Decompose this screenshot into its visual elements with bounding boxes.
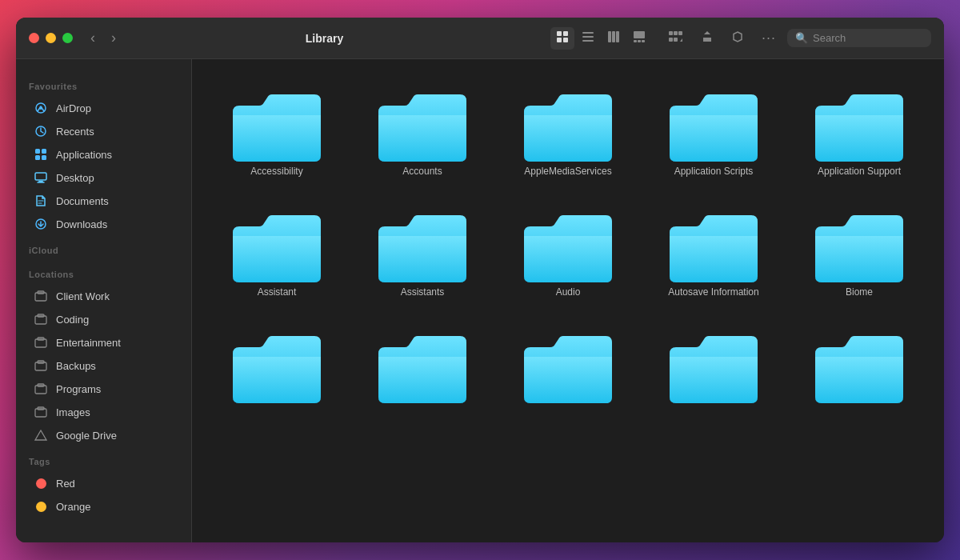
titlebar: ‹ › Library	[16, 18, 944, 59]
coding-icon	[34, 312, 48, 326]
folder-accounts[interactable]: Accounts	[354, 75, 491, 188]
search-icon: 🔍	[795, 32, 808, 44]
view-gallery-button[interactable]	[627, 27, 651, 50]
folder-callhistorydb[interactable]	[645, 317, 782, 416]
view-columns-button[interactable]	[602, 27, 626, 50]
folder-caches-icon	[374, 330, 470, 406]
close-button[interactable]	[29, 33, 39, 43]
folder-audio[interactable]: Audio	[499, 196, 637, 309]
folder-accessibility[interactable]: Accessibility	[208, 75, 346, 188]
folder-application-scripts[interactable]: Application Scripts	[645, 75, 782, 188]
sidebar-item-images[interactable]: Images	[21, 401, 186, 423]
folder-autosave-information[interactable]: Autosave Information	[645, 196, 782, 309]
folder-assistant-icon	[229, 209, 325, 286]
sidebar-item-entertainment[interactable]: Entertainment	[21, 331, 186, 354]
folder-callhistorydb-icon	[666, 330, 762, 406]
more-button[interactable]: ···	[755, 26, 782, 50]
svg-rect-1	[563, 31, 568, 36]
sidebar-item-airdrop[interactable]: AirDrop	[21, 97, 186, 119]
documents-label: Documents	[56, 195, 109, 207]
folder-application-scripts-icon	[666, 88, 762, 165]
svg-rect-26	[42, 155, 46, 160]
svg-rect-11	[634, 40, 637, 42]
folder-audio-icon	[520, 209, 616, 286]
forward-button[interactable]: ›	[106, 26, 121, 50]
svg-rect-2	[557, 38, 562, 42]
sidebar: Favourites AirDrop	[16, 59, 192, 542]
folder-assistants[interactable]: Assistants	[354, 196, 491, 309]
tag-button[interactable]	[725, 27, 750, 49]
view-buttons	[550, 27, 651, 50]
recents-label: Recents	[56, 126, 94, 138]
folder-calendar[interactable]	[499, 317, 637, 416]
folder-callhistorytransactions[interactable]	[790, 317, 928, 416]
sidebar-item-downloads[interactable]: Downloads	[21, 213, 186, 235]
folder-application-support[interactable]: Application Support	[790, 75, 928, 188]
svg-rect-17	[669, 38, 673, 42]
images-icon	[34, 405, 48, 419]
sidebar-item-tag-red[interactable]: Red	[21, 472, 186, 494]
traffic-lights	[29, 33, 73, 43]
svg-rect-18	[674, 38, 678, 42]
client-work-label: Client Work	[56, 290, 110, 302]
sidebar-item-programs[interactable]: Programs	[21, 378, 186, 400]
google-drive-icon	[34, 428, 48, 442]
favourites-label: Favourites	[16, 72, 191, 96]
search-box[interactable]: 🔍	[787, 29, 931, 47]
view-grid-button[interactable]	[550, 27, 574, 50]
folder-grid: Accessibility Accounts AppleMediaService…	[208, 75, 928, 432]
sidebar-item-google-drive[interactable]: Google Drive	[21, 424, 186, 446]
programs-icon	[34, 382, 48, 396]
sidebar-item-documents[interactable]: Documents	[21, 190, 186, 212]
programs-label: Programs	[56, 383, 101, 395]
tag-orange-icon	[34, 499, 48, 514]
airdrop-label: AirDrop	[56, 102, 91, 114]
minimize-button[interactable]	[46, 33, 56, 43]
maximize-button[interactable]	[62, 33, 73, 43]
folder-assistant[interactable]: Assistant	[208, 196, 346, 309]
folder-bluetooth[interactable]	[208, 317, 346, 416]
search-input[interactable]	[813, 32, 923, 44]
desktop-label: Desktop	[56, 172, 94, 184]
svg-rect-25	[35, 155, 40, 160]
sidebar-item-desktop[interactable]: Desktop	[21, 166, 186, 189]
folder-bluetooth-icon	[229, 330, 325, 406]
svg-rect-15	[674, 31, 678, 35]
svg-marker-45	[35, 430, 46, 440]
svg-rect-16	[678, 31, 682, 35]
folder-audio-label: Audio	[556, 286, 581, 299]
window-title: Library	[130, 32, 518, 45]
folder-biome[interactable]: Biome	[790, 196, 928, 309]
sidebar-item-applications[interactable]: Applications	[21, 143, 186, 166]
sidebar-item-tag-orange[interactable]: Orange	[21, 495, 186, 518]
svg-rect-9	[616, 31, 619, 42]
folder-applemediaservices[interactable]: AppleMediaServices	[499, 75, 637, 188]
sidebar-item-coding[interactable]: Coding	[21, 308, 186, 330]
share-button[interactable]	[694, 27, 720, 49]
toolbar-right: ··· 🔍	[550, 26, 931, 50]
svg-rect-10	[634, 31, 645, 38]
folder-caches[interactable]	[354, 317, 491, 416]
images-label: Images	[56, 406, 90, 418]
folder-application-scripts-label: Application Scripts	[674, 165, 754, 178]
svg-rect-0	[557, 31, 562, 36]
applications-icon	[34, 147, 48, 162]
tag-red-label: Red	[56, 478, 75, 490]
folder-assistants-label: Assistants	[401, 286, 445, 299]
sidebar-item-recents[interactable]: Recents	[21, 120, 186, 142]
sidebar-item-backups[interactable]: Backups	[21, 354, 186, 377]
folder-applemediaservices-label: AppleMediaServices	[524, 165, 611, 178]
view-list-button[interactable]	[576, 27, 600, 50]
back-button[interactable]: ‹	[86, 26, 100, 50]
svg-rect-5	[582, 36, 594, 38]
sidebar-item-client-work[interactable]: Client Work	[21, 285, 186, 307]
folder-applemediaservices-icon	[520, 88, 616, 165]
folder-autosave-information-label: Autosave Information	[668, 286, 758, 299]
svg-rect-8	[612, 31, 615, 42]
svg-rect-3	[563, 38, 568, 42]
nav-buttons: ‹ ›	[86, 26, 121, 50]
group-by-button[interactable]	[662, 27, 690, 49]
applications-label: Applications	[56, 149, 112, 161]
entertainment-icon	[34, 335, 48, 350]
content-area: Accessibility Accounts AppleMediaService…	[192, 59, 944, 542]
